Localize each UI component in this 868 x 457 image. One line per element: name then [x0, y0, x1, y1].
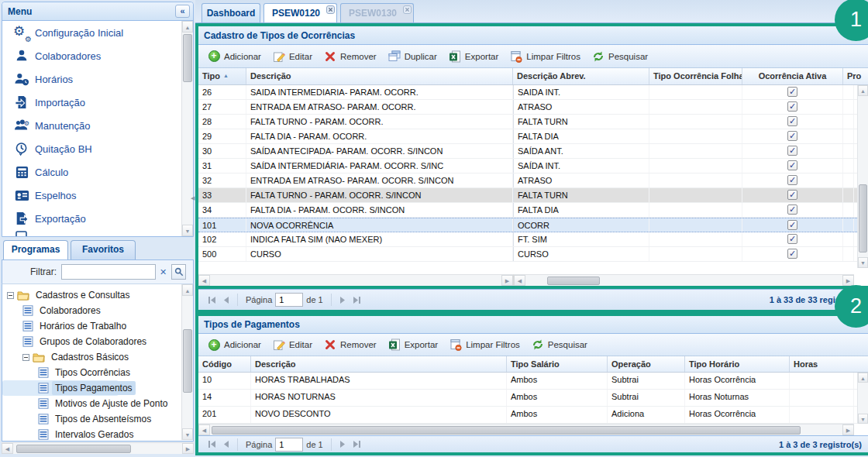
tree-node-motivos-de-ajuste-de-ponto[interactable]: Motivos de Ajuste de Ponto: [2, 396, 193, 411]
tree-node-cadastros-e-consultas[interactable]: Cadastros e Consultas: [2, 287, 193, 303]
grid-row[interactable]: 32ENTRADA EM ATRASO- PARAM. OCORR. S/INC…: [198, 174, 868, 188]
checkbox-cell[interactable]: ✓: [742, 100, 843, 114]
column-header-tipo-salario[interactable]: Tipo Salário: [507, 356, 608, 372]
scroll-left-icon[interactable]: ◀: [514, 275, 525, 286]
grid-row[interactable]: 28FALTA TURNO - PARAM. OCORR.FALTA TURN✓: [198, 115, 868, 129]
checkbox-checked-icon[interactable]: ✓: [787, 101, 797, 112]
scroll-up-icon[interactable]: ▲: [182, 21, 193, 33]
grid-row[interactable]: 10HORAS TRABALHADASAmbosSubtraiHoras Oco…: [198, 373, 868, 390]
checkbox-cell[interactable]: ✓: [742, 188, 843, 202]
scroll-up-icon[interactable]: ▲: [858, 85, 868, 96]
grid-row[interactable]: 500CURSOCURSO✓: [198, 247, 868, 262]
menu-item-colaboradores[interactable]: Colaboradores: [2, 44, 193, 67]
grid-row[interactable]: 31SAÍDA INTERMEDIÁRIA- PARAM. OCORR. S/I…: [198, 159, 868, 174]
scroll-thumb[interactable]: [183, 329, 192, 393]
grid-row[interactable]: 33FALTA TURNO - PARAM. OCORR. S/INCONFAL…: [198, 188, 868, 203]
scroll-down-icon[interactable]: ▼: [182, 225, 193, 236]
adicionar-button[interactable]: + Adicionar: [205, 49, 267, 64]
grid-row[interactable]: 27ENTRADA EM ATRASO- PARAM. OCORR.ATRASO…: [198, 100, 868, 115]
column-header-tipo[interactable]: Tipo▲: [198, 68, 246, 84]
close-tab-icon[interactable]: [326, 5, 335, 14]
tree-horizontal-scrollbar[interactable]: ◀ ▶: [2, 442, 194, 454]
scroll-left-icon[interactable]: ◀: [198, 275, 210, 286]
editar-button[interactable]: Editar: [270, 49, 318, 64]
tree-node-colaboradores[interactable]: Colaboradores: [2, 303, 193, 318]
exportar-button[interactable]: Exportar: [446, 49, 504, 64]
collapse-sidebar-button[interactable]: «: [175, 5, 190, 18]
scroll-thumb[interactable]: [547, 277, 600, 285]
menu-item-importacao[interactable]: Importação: [2, 91, 193, 114]
menu-item-quitacao-bh[interactable]: Quitação BH: [2, 137, 193, 160]
tree-node-cadastros-basicos[interactable]: Cadastros Básicos: [2, 349, 193, 365]
column-header-descricao-abrev[interactable]: Descrição Abrev.: [513, 68, 649, 84]
tab-dashboard[interactable]: Dashboard: [202, 3, 260, 22]
menu-item-manutencao[interactable]: ⚙ Manutenção: [2, 114, 193, 137]
grid1-vertical-scrollbar[interactable]: ▲ ▼: [857, 85, 868, 268]
last-page-icon[interactable]: [350, 438, 364, 452]
checkbox-cell[interactable]: ✓: [742, 218, 843, 232]
adicionar-button[interactable]: + Adicionar: [205, 337, 267, 352]
checkbox-checked-icon[interactable]: ✓: [787, 131, 797, 141]
scroll-down-icon[interactable]: ▼: [858, 414, 868, 424]
scroll-right-icon[interactable]: ▶: [842, 275, 854, 286]
checkbox-checked-icon[interactable]: ✓: [787, 249, 797, 259]
grid-row[interactable]: 26SAIDA INTERMEDIARIA- PARAM. OCORR.SAID…: [198, 85, 868, 100]
page-number-input[interactable]: [275, 438, 303, 452]
menu-vertical-scrollbar[interactable]: ▲ ▼: [181, 21, 193, 236]
menu-item-espelhos[interactable]: Espelhos: [2, 184, 193, 207]
checkbox-cell[interactable]: ✓: [742, 174, 843, 187]
column-header-descricao[interactable]: Descrição: [246, 68, 513, 84]
collapse-node-icon[interactable]: [7, 292, 14, 299]
pesquisar-button[interactable]: Pesquisar: [589, 49, 653, 64]
first-page-icon[interactable]: [205, 293, 219, 307]
scroll-thumb[interactable]: [859, 184, 867, 253]
collapse-node-icon[interactable]: [22, 354, 29, 361]
scroll-thumb[interactable]: [16, 445, 131, 453]
scroll-left-icon[interactable]: ◀: [2, 443, 13, 454]
column-header-tipo-horario[interactable]: Tipo Horário: [685, 356, 790, 372]
checkbox-checked-icon[interactable]: ✓: [787, 146, 797, 156]
limpar-filtros-button[interactable]: Limpar Filtros: [507, 49, 586, 64]
grid1-left-horizontal-scrollbar[interactable]: ◀ ▶: [198, 274, 513, 286]
checkbox-cell[interactable]: ✓: [742, 85, 843, 99]
scroll-left-icon[interactable]: ◀: [198, 424, 210, 435]
checkbox-cell[interactable]: ✓: [742, 115, 843, 129]
menu-item-exportacao[interactable]: Exportação: [2, 207, 193, 230]
page-number-input[interactable]: [275, 293, 303, 307]
column-header-operacao[interactable]: Operação: [608, 356, 685, 372]
checkbox-checked-icon[interactable]: ✓: [787, 204, 797, 215]
search-icon[interactable]: [171, 264, 186, 280]
scroll-right-icon[interactable]: ▶: [842, 424, 854, 435]
tab-psew0130[interactable]: PSEW0130: [340, 3, 414, 22]
scroll-right-icon[interactable]: ▶: [182, 443, 194, 454]
column-header-pro[interactable]: Pro: [843, 68, 865, 84]
tab-favoritos[interactable]: Favoritos: [71, 240, 136, 259]
checkbox-cell[interactable]: ✓: [742, 247, 843, 261]
limpar-filtros-button[interactable]: Limpar Filtros: [446, 337, 525, 352]
grid-row[interactable]: 14HORAS NOTURNASAmbosSubtraiHoras Noturn…: [198, 390, 868, 407]
menu-item-configuracao-inicial[interactable]: ⚙⚙ Configuração Inicial: [2, 21, 193, 44]
column-header-tipo-ocorrencia-folha[interactable]: Tipo Ocorrência Folha: [649, 68, 742, 84]
tree-vertical-scrollbar[interactable]: ▲ ▼: [181, 284, 193, 440]
menu-item-horarios[interactable]: Horários: [2, 67, 193, 91]
scroll-up-icon[interactable]: ▲: [858, 373, 868, 383]
duplicar-button[interactable]: Duplicar: [385, 49, 443, 64]
column-header-horas[interactable]: Horas: [790, 356, 854, 372]
tab-psew0120[interactable]: PSEW0120: [264, 3, 337, 22]
checkbox-cell[interactable]: ✓: [742, 144, 843, 158]
previous-page-icon[interactable]: [219, 293, 232, 307]
tree-node-horarios-de-trabalho[interactable]: Horários de Trabalho: [2, 318, 193, 334]
scroll-right-icon[interactable]: ▶: [501, 275, 513, 286]
checkbox-checked-icon[interactable]: ✓: [787, 160, 797, 170]
tree-node-tipos-ocorrencias[interactable]: Tipos Ocorrências: [2, 365, 193, 380]
scroll-up-icon[interactable]: ▲: [182, 284, 193, 296]
remover-button[interactable]: Remover: [321, 49, 382, 64]
close-tab-icon[interactable]: [403, 5, 412, 14]
tree-node-intervalos-gerados[interactable]: Intervalos Gerados: [2, 427, 193, 442]
grid-row[interactable]: 102INDICA FALTA SIM (NAO MEXER)FT. SIM✓: [198, 232, 868, 247]
next-page-icon[interactable]: [336, 293, 350, 307]
collapse-panel-mini-icon[interactable]: ◀: [191, 195, 195, 201]
checkbox-cell[interactable]: ✓: [742, 232, 843, 246]
checkbox-cell[interactable]: ✓: [742, 129, 843, 143]
checkbox-cell[interactable]: ✓: [742, 159, 843, 173]
